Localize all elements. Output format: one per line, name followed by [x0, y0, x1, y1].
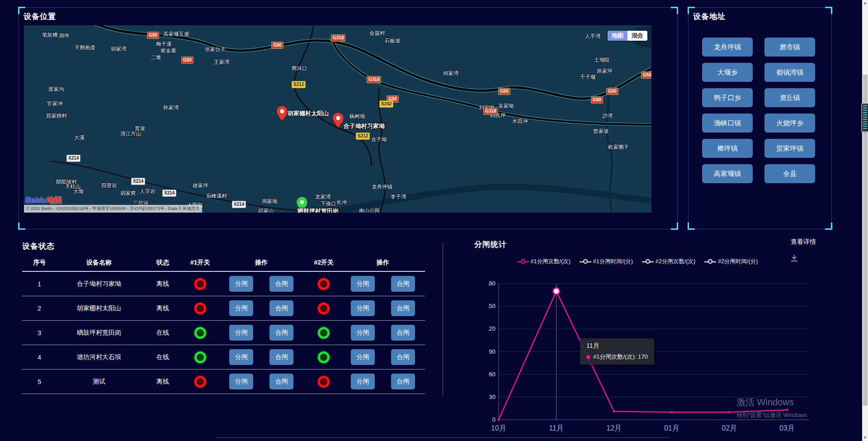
column-header: #2开关: [307, 255, 341, 271]
corner-decoration: [825, 223, 832, 230]
scrollbar-down-arrow[interactable]: ▼: [862, 435, 868, 441]
page-scrollbar[interactable]: ▲ ▼: [862, 0, 868, 441]
address-button-都镇湾镇[interactable]: 都镇湾镇: [764, 63, 815, 82]
switch1-indicator: [184, 370, 216, 394]
close-switch-button[interactable]: 合闸: [391, 276, 415, 292]
address-button-磨市镇[interactable]: 磨市镇: [764, 38, 815, 57]
map-place-label: 下渔口: [321, 200, 336, 207]
tooltip-value: #1分闸次数/(次): 170: [593, 353, 648, 361]
device-status-table: 序号设备名称状态#1开关操作#2开关操作 1合子坳村习家坳离线分闸合闸分闸合闸2…: [22, 255, 425, 394]
road-shield-x214: X214: [232, 201, 246, 208]
map-type-control[interactable]: 地图 混合: [608, 31, 647, 41]
legend-item[interactable]: #1分闸次数/(次): [517, 258, 571, 266]
map-place-label: 渡家沟: [48, 86, 64, 93]
open-switch-button[interactable]: 分闸: [351, 325, 375, 341]
open-switch-button[interactable]: 分闸: [229, 374, 253, 389]
open-switch-button[interactable]: 分闸: [351, 374, 375, 389]
device-status: 离线: [141, 296, 184, 321]
panel-bottom-border: [216, 437, 670, 438]
road-shield-g50: G50: [606, 88, 618, 95]
open-switch-button[interactable]: 分闸: [229, 300, 253, 316]
address-button-全县[interactable]: 全县: [764, 164, 815, 183]
address-button-资丘镇[interactable]: 资丘镇: [764, 88, 815, 107]
device-status: 在线: [141, 345, 184, 370]
road-shield-g318: G318: [483, 108, 498, 115]
map-place-label: 大坳: [73, 188, 84, 195]
map-place-label: 二墩: [151, 54, 161, 61]
map-place-label: 周家坳: [262, 198, 278, 205]
address-button-鸭子口乡[interactable]: 鸭子口乡: [702, 88, 753, 107]
open-switch-button[interactable]: 分闸: [229, 325, 253, 341]
corner-decoration: [18, 223, 25, 230]
device-location-panel: 设备位置 笔架槽洞坪天鹅抱蛋胡家湾高家堰互通梅子溪紫金寨二墩张家台子王家湾两河口: [19, 7, 678, 229]
address-button-渔峡口镇[interactable]: 渔峡口镇: [702, 114, 753, 133]
map-place-label: 水田冲: [512, 118, 528, 125]
close-switch-button[interactable]: 合闸: [391, 300, 415, 316]
row-index: 3: [22, 321, 57, 345]
map-pin-合子坳村习家坳[interactable]: [333, 113, 344, 130]
close-switch-button[interactable]: 合闸: [269, 374, 293, 389]
svg-text:02月: 02月: [722, 424, 737, 432]
switch1-indicator: [184, 271, 216, 296]
legend-item[interactable]: #1分闸时间/(分): [580, 258, 633, 266]
address-button-大堰乡[interactable]: 大堰乡: [702, 63, 753, 82]
address-button-高家堰镇[interactable]: 高家堰镇: [702, 164, 753, 183]
map-place-label: 石板坡: [385, 38, 401, 44]
device-status: 离线: [141, 370, 184, 394]
device-name: 测试: [57, 370, 141, 394]
map-place-label: 龙家湾: [315, 194, 331, 200]
tooltip-series-dot: [586, 355, 590, 359]
map-place-label: 干子堰: [580, 74, 596, 81]
address-button-贺家坪镇[interactable]: 贺家坪镇: [764, 139, 815, 158]
close-switch-button[interactable]: 合闸: [269, 325, 293, 341]
address-button-榔坪镇[interactable]: 榔坪镇: [702, 139, 753, 158]
map-place-label: 南山公园: [359, 208, 380, 213]
open-switch-button[interactable]: 分闸: [351, 276, 375, 292]
close-switch-button[interactable]: 合闸: [391, 349, 415, 365]
map-place-label: 邱家山: [258, 208, 274, 213]
switch2-indicator: [307, 296, 341, 321]
map-place-label: 清江方山: [120, 130, 141, 137]
close-switch-button[interactable]: 合闸: [269, 349, 293, 365]
map-place-label: 人字岩: [140, 188, 156, 195]
map-place-label: 人手湾: [585, 33, 601, 40]
address-panel-title: 设备地址: [693, 11, 726, 22]
switch2-operations: 分闸合闸: [341, 296, 425, 321]
baidu-map-canvas[interactable]: 笔架槽洞坪天鹅抱蛋胡家湾高家堰互通梅子溪紫金寨二墩张家台子王家湾两河口金益村石板…: [24, 25, 651, 213]
table-body: 1合子坳村习家坳离线分闸合闸分闸合闸2胡家棚村太阳山离线分闸合闸分闸合闸3晒鼓坪…: [22, 271, 425, 394]
open-switch-button[interactable]: 分闸: [229, 349, 253, 365]
legend-item[interactable]: #2分闸次数/(次): [642, 258, 695, 266]
svg-text:11月: 11月: [549, 424, 564, 432]
svg-text:150: 150: [488, 303, 495, 309]
row-index: 5: [22, 370, 57, 394]
switch2-indicator: [307, 271, 341, 296]
close-switch-button[interactable]: 合闸: [391, 325, 415, 341]
switch1-operations: 分闸合闸: [216, 321, 307, 345]
map-place-label: 郑家榜村: [46, 113, 67, 119]
scrollbar-up-arrow[interactable]: ▲: [862, 0, 868, 6]
column-header: 序号: [22, 255, 57, 271]
view-details-link[interactable]: 查看详情: [791, 238, 816, 246]
download-icon[interactable]: [789, 253, 799, 265]
switch1-operations: 分闸合闸: [216, 370, 307, 394]
open-switch-button[interactable]: 分闸: [351, 349, 375, 365]
road-shield-g50: G50: [271, 42, 283, 49]
address-button-火烧坪乡[interactable]: 火烧坪乡: [764, 114, 815, 133]
map-type-map[interactable]: 地图: [608, 31, 627, 41]
close-switch-button[interactable]: 合闸: [391, 374, 415, 389]
table-row: 2胡家棚村太阳山离线分闸合闸分闸合闸: [22, 296, 425, 321]
close-switch-button[interactable]: 合闸: [269, 300, 293, 316]
chart-legend: #1分闸次数/(次)#1分闸时间/(分)#2分闸次数/(次)#2分闸时间/(分): [493, 258, 782, 266]
column-header: 操作: [216, 255, 307, 271]
close-switch-button[interactable]: 合闸: [269, 276, 293, 292]
map-type-hybrid[interactable]: 混合: [627, 31, 647, 41]
open-switch-button[interactable]: 分闸: [351, 300, 375, 316]
svg-text:60: 60: [489, 371, 495, 378]
open-switch-button[interactable]: 分闸: [229, 276, 253, 292]
road-shield-s212: S212: [292, 81, 306, 88]
column-header: 设备名称: [57, 255, 141, 271]
table-row: 4塘坊河村大石坝在线分闸合闸分闸合闸: [22, 345, 425, 370]
address-button-龙舟坪镇[interactable]: 龙舟坪镇: [702, 38, 753, 57]
legend-item[interactable]: #2分闸时间/(分): [704, 258, 758, 266]
map-pin-胡家棚村太阳山[interactable]: [277, 106, 288, 123]
